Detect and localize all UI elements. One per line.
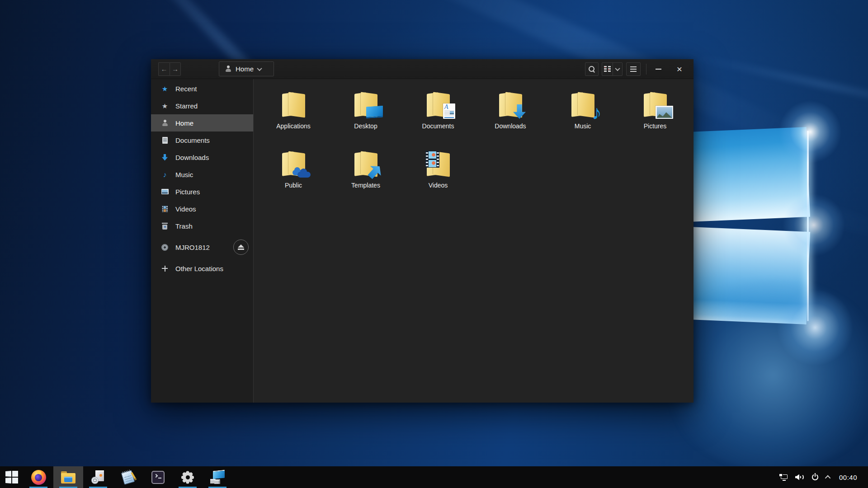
folder-icon: ♪ xyxy=(568,91,597,119)
sidebar-item-label: Music xyxy=(175,171,193,178)
eject-button[interactable] xyxy=(233,239,249,255)
folder-label: Desktop xyxy=(354,122,377,130)
folder-icon xyxy=(279,150,308,178)
volume-icon[interactable] xyxy=(795,474,804,481)
firefox-icon xyxy=(31,470,46,485)
forward-arrow-icon: → xyxy=(172,65,179,73)
folder-label: Downloads xyxy=(495,122,526,130)
sidebar-item-documents[interactable]: Documents xyxy=(151,131,253,149)
clock[interactable]: 00:40 xyxy=(839,474,857,481)
taskbar-terminal[interactable] xyxy=(143,466,173,488)
music-note-emblem-icon: ♪ xyxy=(592,103,602,122)
taskbar-boxes[interactable] xyxy=(203,466,232,488)
nav-buttons: ← → xyxy=(158,62,181,76)
close-button[interactable]: × xyxy=(675,62,684,76)
file-manager-icon xyxy=(61,471,75,483)
music-note-icon: ♪ xyxy=(161,171,169,178)
folder-icon xyxy=(496,91,525,119)
download-arrow-icon xyxy=(161,154,169,161)
clouds-emblem-icon xyxy=(292,167,311,178)
chevron-up-icon[interactable] xyxy=(825,475,831,481)
start-button[interactable] xyxy=(0,466,24,488)
taskbar-settings[interactable] xyxy=(173,466,203,488)
system-tray: 00:40 xyxy=(779,466,868,488)
sidebar-item-pictures[interactable]: Pictures xyxy=(151,183,253,200)
hamburger-icon xyxy=(630,66,637,72)
folder-icon xyxy=(279,91,308,119)
boxes-icon xyxy=(210,470,225,484)
folder-label: Pictures xyxy=(644,122,667,130)
star-icon: ★ xyxy=(161,102,169,110)
sidebar-item-label: Videos xyxy=(175,205,196,213)
folder-applications[interactable]: Applications xyxy=(257,87,330,146)
window-body: ★ Recent ★ Starred Home Documents D xyxy=(151,79,693,403)
desktop: ← → Home xyxy=(0,0,868,488)
sidebar-item-label: Pictures xyxy=(175,188,200,196)
hamburger-menu-button[interactable] xyxy=(626,62,641,76)
folder-icon xyxy=(351,91,380,119)
wallpaper-glow xyxy=(782,193,845,257)
photo-icon xyxy=(161,188,169,196)
document-emblem-icon: A xyxy=(443,103,455,119)
minimize-button[interactable] xyxy=(654,62,663,76)
folder-templates[interactable]: Templates xyxy=(330,146,402,206)
sidebar-item-music[interactable]: ♪ Music xyxy=(151,166,253,183)
folder-public[interactable]: Public xyxy=(257,146,330,206)
software-installer-icon xyxy=(91,470,105,484)
headerbar-actions: × xyxy=(585,62,684,76)
taskbar-firefox[interactable] xyxy=(24,466,53,488)
sidebar-item-recent[interactable]: ★ Recent xyxy=(151,80,253,97)
folder-icon xyxy=(351,150,380,178)
sidebar-item-label: Starred xyxy=(175,102,198,110)
sidebar-item-videos[interactable]: Videos xyxy=(151,200,253,217)
taskbar-software-installer[interactable] xyxy=(83,466,113,488)
sidebar-item-downloads[interactable]: Downloads xyxy=(151,149,253,166)
close-icon: × xyxy=(677,64,682,74)
folder-icon xyxy=(424,150,453,178)
back-arrow-icon: ← xyxy=(161,65,168,73)
photo-emblem-icon xyxy=(656,106,673,119)
sidebar-item-trash[interactable]: Trash xyxy=(151,217,253,235)
folder-videos[interactable]: Videos xyxy=(402,146,474,206)
windows-logo-icon xyxy=(5,471,18,483)
terminal-icon xyxy=(151,471,165,484)
sidebar-item-label: Recent xyxy=(175,85,197,93)
file-manager-window: ← → Home xyxy=(151,59,693,403)
sidebar-item-other-locations[interactable]: Other Locations xyxy=(151,260,253,277)
view-options-dropdown[interactable] xyxy=(613,67,622,71)
taskbar-text-editor[interactable] xyxy=(113,466,143,488)
sidebar-item-label: Trash xyxy=(175,222,193,230)
folder-label: Videos xyxy=(429,182,448,189)
folder-pictures[interactable]: Pictures xyxy=(619,87,691,146)
folder-label: Public xyxy=(285,182,302,189)
document-icon xyxy=(161,136,169,144)
search-icon xyxy=(589,66,595,72)
search-button[interactable] xyxy=(585,62,599,76)
chevron-down-icon xyxy=(615,66,620,70)
path-bar-button[interactable]: Home xyxy=(219,61,274,76)
sidebar-item-starred[interactable]: ★ Starred xyxy=(151,97,253,114)
eject-icon xyxy=(238,244,244,248)
sidebar-item-home[interactable]: Home xyxy=(151,114,253,131)
folder-downloads[interactable]: Downloads xyxy=(474,87,547,146)
power-icon[interactable] xyxy=(811,474,819,481)
film-emblem-icon xyxy=(425,151,439,168)
folder-music[interactable]: ♪ Music xyxy=(547,87,619,146)
forward-button[interactable]: → xyxy=(170,62,181,76)
sidebar-item-label: Home xyxy=(175,119,193,127)
trash-icon xyxy=(161,222,169,230)
plus-icon xyxy=(161,265,169,272)
optical-disc-icon xyxy=(161,244,169,251)
sidebar-item-label: Downloads xyxy=(175,154,209,161)
folder-desktop[interactable]: Desktop xyxy=(330,87,402,146)
back-button[interactable]: ← xyxy=(158,62,170,76)
folder-documents[interactable]: A Documents xyxy=(402,87,474,146)
network-icon[interactable] xyxy=(779,474,788,481)
taskbar-file-manager[interactable] xyxy=(53,466,83,488)
folder-icon xyxy=(641,91,670,119)
sidebar-item-volume-mjro1812[interactable]: MJRO1812 xyxy=(151,239,253,256)
view-toggle-button[interactable] xyxy=(602,62,623,76)
film-icon xyxy=(161,205,169,213)
sidebar-item-label: Documents xyxy=(175,136,210,144)
headerbar: ← → Home xyxy=(151,59,693,79)
